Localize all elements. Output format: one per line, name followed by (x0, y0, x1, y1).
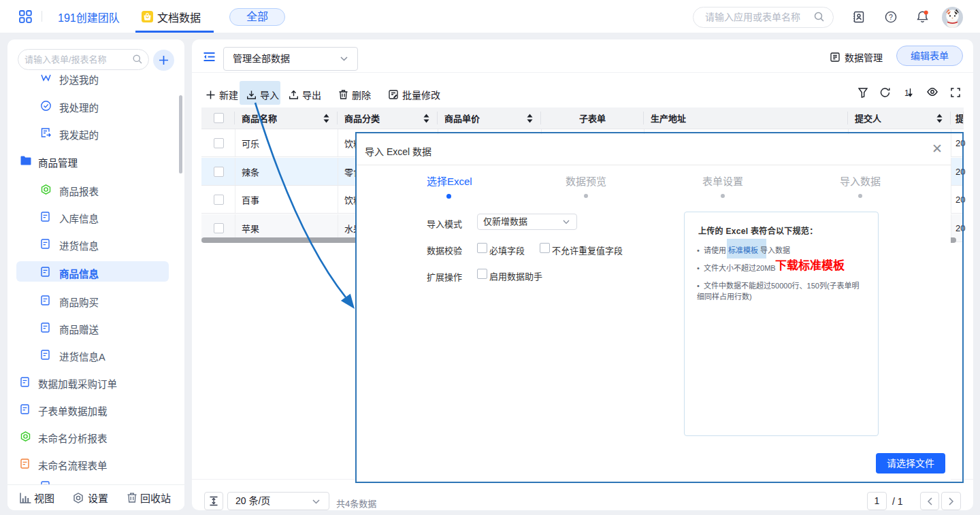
svg-text:?: ? (889, 13, 893, 21)
svg-text:1: 1 (904, 88, 909, 98)
